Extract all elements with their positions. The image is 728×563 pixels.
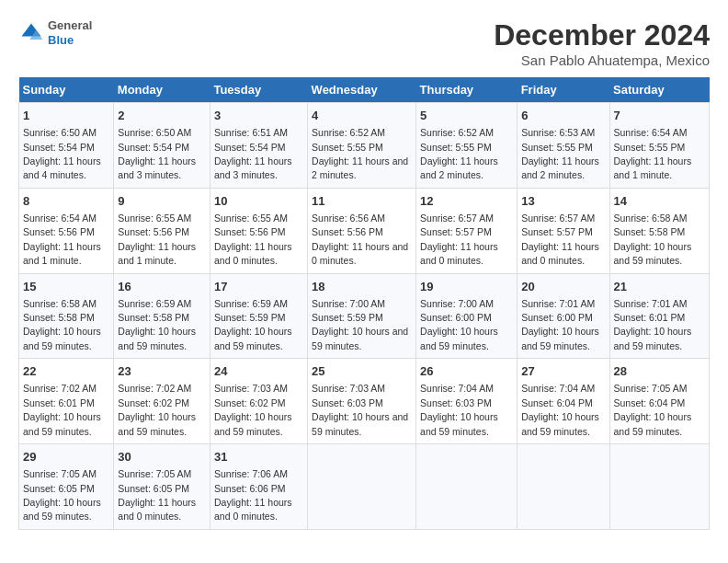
- day-number: 2: [118, 108, 206, 124]
- day-info: Sunrise: 7:05 AMSunset: 6:04 PMDaylight:…: [614, 383, 692, 436]
- day-info: Sunrise: 7:05 AMSunset: 6:05 PMDaylight:…: [23, 468, 101, 522]
- day-info: Sunrise: 6:50 AMSunset: 5:54 PMDaylight:…: [118, 127, 196, 180]
- day-info: Sunrise: 6:52 AMSunset: 5:55 PMDaylight:…: [312, 127, 408, 180]
- day-number: 9: [118, 193, 206, 210]
- day-number: 1: [23, 108, 109, 124]
- calendar-cell: 17 Sunrise: 6:59 AMSunset: 5:59 PMDaylig…: [210, 273, 307, 359]
- day-info: Sunrise: 6:57 AMSunset: 5:57 PMDaylight:…: [521, 213, 599, 266]
- day-info: Sunrise: 7:03 AMSunset: 6:02 PMDaylight:…: [214, 383, 292, 436]
- day-number: 12: [420, 193, 513, 210]
- day-number: 29: [23, 449, 109, 465]
- day-number: 15: [23, 279, 109, 295]
- logo-text: General Blue: [48, 18, 92, 47]
- day-number: 6: [521, 108, 605, 124]
- day-number: 30: [118, 449, 206, 465]
- day-number: 8: [23, 193, 109, 210]
- calendar-week-row: 15 Sunrise: 6:58 AMSunset: 5:58 PMDaylig…: [19, 273, 710, 359]
- calendar-day-header: Thursday: [416, 77, 518, 103]
- logo-blue: Blue: [48, 33, 92, 48]
- day-number: 31: [214, 449, 303, 465]
- day-number: 21: [614, 279, 705, 295]
- day-info: Sunrise: 6:53 AMSunset: 5:55 PMDaylight:…: [521, 127, 599, 180]
- day-number: 20: [521, 279, 605, 295]
- day-number: 28: [614, 363, 705, 380]
- day-info: Sunrise: 6:59 AMSunset: 5:58 PMDaylight:…: [118, 298, 196, 351]
- calendar-cell: 20 Sunrise: 7:01 AMSunset: 6:00 PMDaylig…: [518, 273, 609, 359]
- calendar-cell: [518, 444, 609, 530]
- day-info: Sunrise: 6:55 AMSunset: 5:56 PMDaylight:…: [118, 213, 196, 266]
- calendar-cell: 1 Sunrise: 6:50 AMSunset: 5:54 PMDayligh…: [19, 103, 114, 189]
- calendar-cell: 30 Sunrise: 7:05 AMSunset: 6:05 PMDaylig…: [114, 444, 210, 530]
- day-number: 10: [214, 193, 303, 210]
- logo: General Blue: [18, 18, 92, 47]
- calendar-cell: 4 Sunrise: 6:52 AMSunset: 5:55 PMDayligh…: [308, 103, 416, 189]
- calendar-week-row: 22 Sunrise: 7:02 AMSunset: 6:01 PMDaylig…: [19, 359, 710, 444]
- day-info: Sunrise: 6:54 AMSunset: 5:55 PMDaylight:…: [614, 127, 692, 180]
- day-info: Sunrise: 6:58 AMSunset: 5:58 PMDaylight:…: [614, 213, 692, 266]
- calendar-cell: 21 Sunrise: 7:01 AMSunset: 6:01 PMDaylig…: [609, 273, 709, 359]
- calendar-day-header: Wednesday: [308, 77, 416, 103]
- page-title: December 2024: [494, 18, 710, 52]
- day-info: Sunrise: 7:01 AMSunset: 6:00 PMDaylight:…: [521, 298, 599, 351]
- calendar-cell: 15 Sunrise: 6:58 AMSunset: 5:58 PMDaylig…: [19, 273, 114, 359]
- day-info: Sunrise: 6:52 AMSunset: 5:55 PMDaylight:…: [420, 127, 498, 180]
- calendar-cell: [609, 444, 709, 530]
- day-info: Sunrise: 7:01 AMSunset: 6:01 PMDaylight:…: [614, 298, 692, 351]
- day-info: Sunrise: 6:51 AMSunset: 5:54 PMDaylight:…: [214, 127, 292, 180]
- day-info: Sunrise: 6:50 AMSunset: 5:54 PMDaylight:…: [23, 127, 101, 180]
- calendar-cell: 9 Sunrise: 6:55 AMSunset: 5:56 PMDayligh…: [114, 188, 210, 273]
- calendar-week-row: 1 Sunrise: 6:50 AMSunset: 5:54 PMDayligh…: [19, 103, 710, 189]
- calendar-cell: 10 Sunrise: 6:55 AMSunset: 5:56 PMDaylig…: [210, 188, 307, 273]
- calendar-cell: 31 Sunrise: 7:06 AMSunset: 6:06 PMDaylig…: [210, 444, 307, 530]
- day-number: 22: [23, 363, 109, 380]
- calendar-day-header: Saturday: [609, 77, 709, 103]
- calendar-cell: 13 Sunrise: 6:57 AMSunset: 5:57 PMDaylig…: [518, 188, 609, 273]
- calendar-cell: [308, 444, 416, 530]
- day-number: 16: [118, 279, 206, 295]
- day-number: 18: [312, 279, 412, 295]
- calendar-cell: 8 Sunrise: 6:54 AMSunset: 5:56 PMDayligh…: [19, 188, 114, 273]
- day-info: Sunrise: 7:04 AMSunset: 6:04 PMDaylight:…: [521, 383, 599, 436]
- day-number: 23: [118, 363, 206, 380]
- calendar-cell: 23 Sunrise: 7:02 AMSunset: 6:02 PMDaylig…: [114, 359, 210, 444]
- calendar-cell: 28 Sunrise: 7:05 AMSunset: 6:04 PMDaylig…: [609, 359, 709, 444]
- day-info: Sunrise: 6:58 AMSunset: 5:58 PMDaylight:…: [23, 298, 101, 351]
- day-info: Sunrise: 7:00 AMSunset: 5:59 PMDaylight:…: [312, 298, 408, 351]
- calendar-cell: 14 Sunrise: 6:58 AMSunset: 5:58 PMDaylig…: [609, 188, 709, 273]
- calendar-cell: 3 Sunrise: 6:51 AMSunset: 5:54 PMDayligh…: [210, 103, 307, 189]
- calendar-header-row: SundayMondayTuesdayWednesdayThursdayFrid…: [19, 77, 710, 103]
- calendar-cell: [416, 444, 518, 530]
- page-subtitle: San Pablo Ahuatempa, Mexico: [494, 52, 710, 68]
- day-number: 26: [420, 363, 513, 380]
- page-header: General Blue December 2024 San Pablo Ahu…: [18, 18, 710, 68]
- calendar-cell: 22 Sunrise: 7:02 AMSunset: 6:01 PMDaylig…: [19, 359, 114, 444]
- calendar-cell: 16 Sunrise: 6:59 AMSunset: 5:58 PMDaylig…: [114, 273, 210, 359]
- day-info: Sunrise: 7:05 AMSunset: 6:05 PMDaylight:…: [118, 468, 196, 522]
- calendar-week-row: 29 Sunrise: 7:05 AMSunset: 6:05 PMDaylig…: [19, 444, 710, 530]
- day-info: Sunrise: 7:04 AMSunset: 6:03 PMDaylight:…: [420, 383, 498, 436]
- calendar-week-row: 8 Sunrise: 6:54 AMSunset: 5:56 PMDayligh…: [19, 188, 710, 273]
- calendar-cell: 2 Sunrise: 6:50 AMSunset: 5:54 PMDayligh…: [114, 103, 210, 189]
- day-number: 19: [420, 279, 513, 295]
- calendar-cell: 25 Sunrise: 7:03 AMSunset: 6:03 PMDaylig…: [308, 359, 416, 444]
- calendar-day-header: Monday: [114, 77, 210, 103]
- day-number: 24: [214, 363, 303, 380]
- day-number: 5: [420, 108, 513, 124]
- day-info: Sunrise: 6:57 AMSunset: 5:57 PMDaylight:…: [420, 213, 498, 266]
- day-info: Sunrise: 6:54 AMSunset: 5:56 PMDaylight:…: [23, 213, 101, 266]
- calendar-cell: 12 Sunrise: 6:57 AMSunset: 5:57 PMDaylig…: [416, 188, 518, 273]
- calendar-cell: 27 Sunrise: 7:04 AMSunset: 6:04 PMDaylig…: [518, 359, 609, 444]
- day-info: Sunrise: 7:06 AMSunset: 6:06 PMDaylight:…: [214, 468, 292, 522]
- day-number: 11: [312, 193, 412, 210]
- day-info: Sunrise: 7:02 AMSunset: 6:01 PMDaylight:…: [23, 383, 101, 436]
- calendar-cell: 7 Sunrise: 6:54 AMSunset: 5:55 PMDayligh…: [609, 103, 709, 189]
- day-number: 17: [214, 279, 303, 295]
- day-number: 13: [521, 193, 605, 210]
- day-info: Sunrise: 6:59 AMSunset: 5:59 PMDaylight:…: [214, 298, 292, 351]
- logo-icon: [18, 20, 44, 46]
- calendar-cell: 24 Sunrise: 7:03 AMSunset: 6:02 PMDaylig…: [210, 359, 307, 444]
- calendar-cell: 11 Sunrise: 6:56 AMSunset: 5:56 PMDaylig…: [308, 188, 416, 273]
- calendar-cell: 6 Sunrise: 6:53 AMSunset: 5:55 PMDayligh…: [518, 103, 609, 189]
- calendar-day-header: Friday: [518, 77, 609, 103]
- day-info: Sunrise: 6:56 AMSunset: 5:56 PMDaylight:…: [312, 213, 408, 266]
